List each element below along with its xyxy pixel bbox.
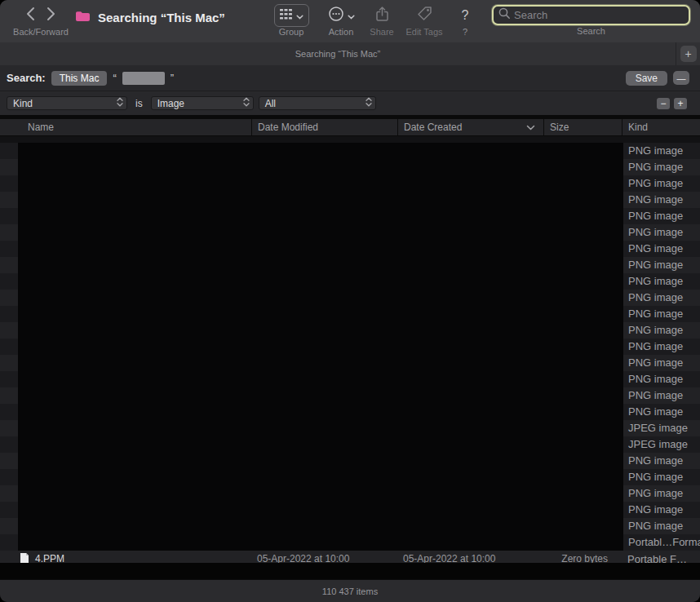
items-count: 110 437 items: [322, 587, 378, 596]
share-label: Share: [370, 27, 393, 37]
save-search-button[interactable]: Save: [626, 71, 667, 86]
scope-this-mac-button[interactable]: This Mac: [51, 71, 108, 86]
attribute-popup[interactable]: Kind: [7, 96, 127, 110]
result-row[interactable]: PNG image: [0, 159, 700, 175]
row-kind: PNG image: [623, 143, 700, 159]
column-header-date-modified[interactable]: Date Modified: [251, 119, 397, 135]
row-kind: PNG image: [623, 518, 700, 534]
column-header-size[interactable]: Size: [543, 119, 622, 135]
result-row[interactable]: PNG image: [0, 224, 700, 241]
row-left-gutter: [0, 208, 18, 224]
kind-value-popup[interactable]: Image: [151, 96, 254, 110]
result-row[interactable]: PNG image: [0, 355, 700, 371]
result-row[interactable]: PNG image: [0, 273, 700, 290]
result-row[interactable]: PNG image: [0, 518, 700, 534]
result-row[interactable]: PNG image: [0, 453, 700, 469]
row-left-gutter: [0, 175, 18, 192]
forward-button[interactable]: [45, 7, 57, 24]
action-control[interactable]: Action: [321, 4, 361, 37]
row-redacted-content: [18, 208, 623, 224]
result-row[interactable]: PNG image: [0, 257, 700, 273]
results-list: PNG imagePNG imagePNG imagePNG imagePNG …: [0, 136, 700, 563]
share-control[interactable]: Share: [365, 4, 399, 37]
collapse-criteria-button[interactable]: —: [673, 71, 689, 85]
row-redacted-content: [18, 159, 623, 175]
row-redacted-content: [18, 224, 623, 241]
new-tab-button[interactable]: +: [680, 46, 697, 62]
row-kind: PNG image: [623, 485, 700, 502]
toolbar: Back/Forward Searching “This Mac”: [0, 0, 700, 42]
column-header-date-created[interactable]: Date Created: [397, 119, 543, 135]
row-left-gutter: [0, 322, 18, 339]
row-left-gutter: [0, 290, 18, 306]
row-left-gutter: [0, 273, 18, 290]
back-forward-control: Back/Forward: [10, 4, 72, 37]
row-kind: PNG image: [623, 175, 700, 192]
row-kind: JPEG image: [623, 436, 700, 453]
remove-criterion-button[interactable]: −: [657, 98, 670, 109]
tab-bar: Searching “This Mac” +: [0, 42, 700, 65]
row-redacted-content: [18, 257, 623, 273]
result-row[interactable]: PNG image: [0, 404, 700, 420]
row-redacted-content: [18, 306, 623, 322]
row-left-gutter: [0, 387, 18, 404]
result-row[interactable]: PNG image: [0, 502, 700, 518]
column-header-row: Name Date Modified Date Created Size Kin…: [0, 119, 700, 136]
search-scope-label: Search:: [7, 72, 46, 84]
window-title: Searching “This Mac”: [98, 11, 225, 24]
row-kind: PNG image: [623, 371, 700, 387]
row-redacted-content: [18, 355, 623, 371]
new-tab-region: +: [676, 42, 700, 65]
search-label: Search: [577, 26, 605, 36]
result-row[interactable]: PNG image: [0, 241, 700, 257]
row-redacted-content: [18, 534, 623, 551]
row-kind: PNG image: [623, 290, 700, 306]
result-row-partial[interactable]: 4.PPM 05-Apr-2022 at 10:00 05-Apr-2022 a…: [0, 551, 700, 563]
tab-searching-this-mac[interactable]: Searching “This Mac”: [0, 42, 676, 65]
column-header-name[interactable]: Name: [0, 119, 251, 135]
row-kind: PNG image: [623, 502, 700, 518]
group-popup-button[interactable]: [274, 4, 309, 27]
column-header-kind[interactable]: Kind: [622, 119, 700, 135]
kind-subtype-popup[interactable]: All: [259, 96, 376, 110]
row-left-gutter: [0, 159, 18, 175]
result-row[interactable]: PNG image: [0, 339, 700, 355]
result-row[interactable]: PNG image: [0, 192, 700, 208]
row-redacted-content: [18, 371, 623, 387]
row-left-gutter: [0, 485, 18, 502]
row-kind: PNG image: [623, 339, 700, 355]
result-row[interactable]: PNG image: [0, 371, 700, 387]
toolbar-search-group: Search: [492, 5, 690, 36]
kind-value-popup-value: Image: [157, 98, 184, 109]
chevron-right-icon: [47, 7, 55, 24]
sort-chevron-down-icon: [526, 122, 535, 133]
result-row[interactable]: PNG image: [0, 306, 700, 322]
search-icon: [498, 7, 511, 23]
result-row[interactable]: PNG image: [0, 469, 700, 485]
row-left-gutter: [0, 518, 18, 534]
result-row[interactable]: PNG image: [0, 143, 700, 159]
result-row[interactable]: JPEG image: [0, 420, 700, 436]
edit-tags-control[interactable]: Edit Tags: [401, 4, 447, 37]
attribute-popup-value: Kind: [13, 98, 33, 109]
toolbar-search-field[interactable]: [492, 5, 690, 25]
result-row[interactable]: PNG image: [0, 485, 700, 502]
row-redacted-content: [18, 502, 623, 518]
back-button[interactable]: [24, 7, 37, 24]
result-row[interactable]: PNG image: [0, 290, 700, 306]
help-control[interactable]: ? ?: [454, 4, 476, 37]
result-row[interactable]: JPEG image: [0, 436, 700, 453]
row-redacted-content: [18, 404, 623, 420]
row-redacted-content: [18, 241, 623, 257]
row-redacted-content: [18, 518, 623, 534]
row-kind: PNG image: [623, 241, 700, 257]
row-redacted-content: [18, 420, 623, 436]
result-row[interactable]: PNG image: [0, 387, 700, 404]
result-row[interactable]: PNG image: [0, 175, 700, 192]
group-control[interactable]: Group: [268, 4, 314, 37]
add-criterion-button[interactable]: +: [674, 98, 687, 109]
result-row[interactable]: PNG image: [0, 208, 700, 224]
search-input[interactable]: [514, 9, 684, 21]
result-row[interactable]: Portabl…Format: [0, 534, 700, 551]
result-row[interactable]: PNG image: [0, 322, 700, 339]
